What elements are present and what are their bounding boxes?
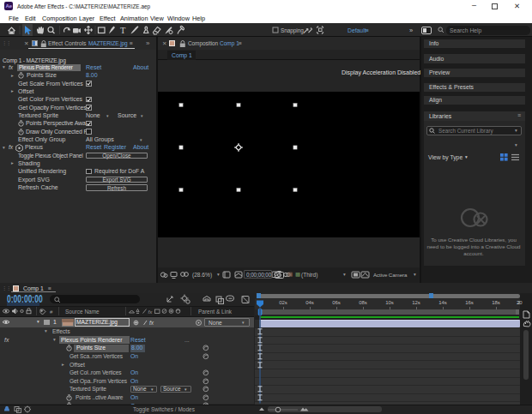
svg-text:#: #: [50, 309, 53, 315]
svg-text:T: T: [120, 26, 126, 35]
svg-text:fx: fx: [148, 309, 154, 315]
svg-text:fx: fx: [149, 320, 154, 326]
